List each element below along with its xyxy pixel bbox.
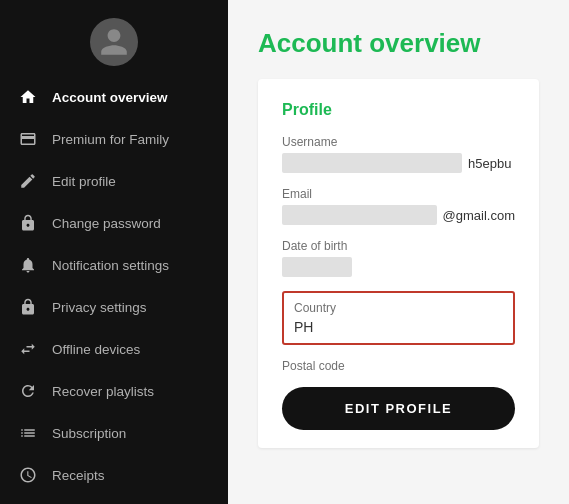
country-label: Country — [294, 301, 503, 315]
sidebar-item-receipts[interactable]: Receipts — [0, 454, 228, 496]
sidebar-item-premium-for-family[interactable]: Premium for Family — [0, 118, 228, 160]
lock2-icon — [18, 297, 38, 317]
avatar-container — [0, 0, 228, 76]
sidebar-item-label: Account overview — [52, 90, 168, 105]
pencil-icon — [18, 171, 38, 191]
postal-field: Postal code — [282, 359, 515, 373]
email-label: Email — [282, 187, 515, 201]
sidebar-item-label: Edit profile — [52, 174, 116, 189]
postal-label: Postal code — [282, 359, 515, 373]
card-icon — [18, 129, 38, 149]
sidebar-item-notification-settings[interactable]: Notification settings — [0, 244, 228, 286]
sidebar-item-privacy-settings[interactable]: Privacy settings — [0, 286, 228, 328]
sidebar-item-label: Offline devices — [52, 342, 140, 357]
username-field: Username h5epbu — [282, 135, 515, 173]
sidebar-item-label: Privacy settings — [52, 300, 147, 315]
country-value: PH — [294, 319, 503, 335]
sidebar-item-change-password[interactable]: Change password — [0, 202, 228, 244]
dob-label: Date of birth — [282, 239, 515, 253]
sidebar-item-recover-playlists[interactable]: Recover playlists — [0, 370, 228, 412]
edit-profile-button[interactable]: EDIT PROFILE — [282, 387, 515, 430]
page-title: Account overview — [258, 28, 539, 59]
sidebar-item-offline-devices[interactable]: Offline devices — [0, 328, 228, 370]
sidebar-item-label: Premium for Family — [52, 132, 169, 147]
profile-card: Profile Username h5epbu Email @gmail.com… — [258, 79, 539, 448]
dob-bar — [282, 257, 352, 277]
sidebar-item-label: Notification settings — [52, 258, 169, 273]
sidebar-item-label: Receipts — [52, 468, 105, 483]
main-content: Account overview Profile Username h5epbu… — [228, 0, 569, 504]
sidebar-item-subscription[interactable]: Subscription — [0, 412, 228, 454]
email-bar — [282, 205, 437, 225]
dob-field: Date of birth — [282, 239, 515, 277]
username-suffix: h5epbu — [468, 156, 511, 171]
sidebar-item-account-overview[interactable]: Account overview — [0, 76, 228, 118]
sidebar-item-label: Subscription — [52, 426, 126, 441]
clock-icon — [18, 465, 38, 485]
avatar — [90, 18, 138, 66]
country-field: Country PH — [282, 291, 515, 345]
sidebar-item-edit-profile[interactable]: Edit profile — [0, 160, 228, 202]
home-icon — [18, 87, 38, 107]
sidebar-item-label: Recover playlists — [52, 384, 154, 399]
email-suffix: @gmail.com — [443, 208, 515, 223]
refresh-icon — [18, 381, 38, 401]
user-icon — [98, 26, 130, 58]
username-bar — [282, 153, 462, 173]
sidebar: Account overview Premium for Family Edit… — [0, 0, 228, 504]
profile-section-title: Profile — [282, 101, 515, 119]
username-label: Username — [282, 135, 515, 149]
email-field: Email @gmail.com — [282, 187, 515, 225]
arrow-swap-icon — [18, 339, 38, 359]
sidebar-item-label: Change password — [52, 216, 161, 231]
bell-icon — [18, 255, 38, 275]
list-icon — [18, 423, 38, 443]
lock-icon — [18, 213, 38, 233]
